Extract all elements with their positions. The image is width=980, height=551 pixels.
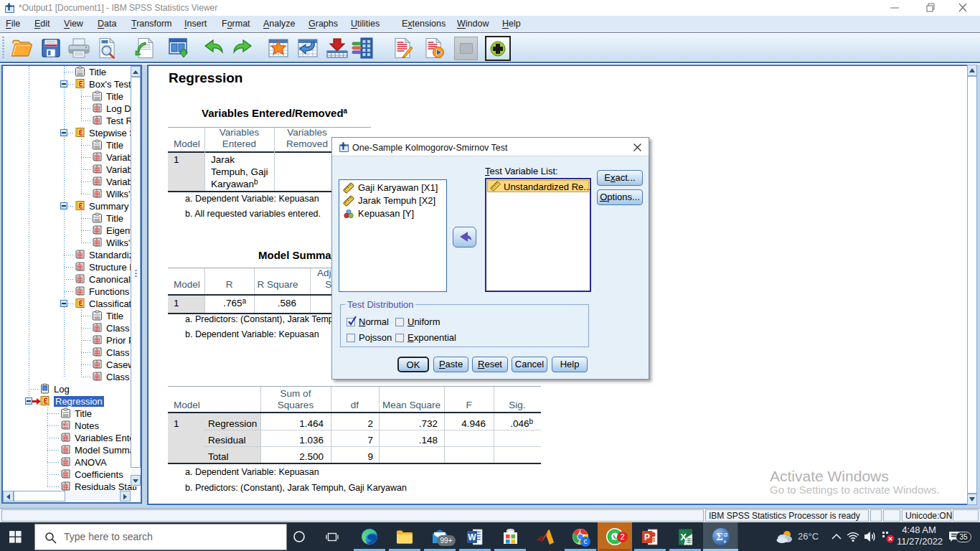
svg-text:Σ: Σ <box>716 532 722 542</box>
svg-text:P: P <box>644 532 650 542</box>
svg-text:α: α <box>724 531 727 538</box>
svg-text:X: X <box>680 532 687 542</box>
svg-text:W: W <box>468 532 476 542</box>
